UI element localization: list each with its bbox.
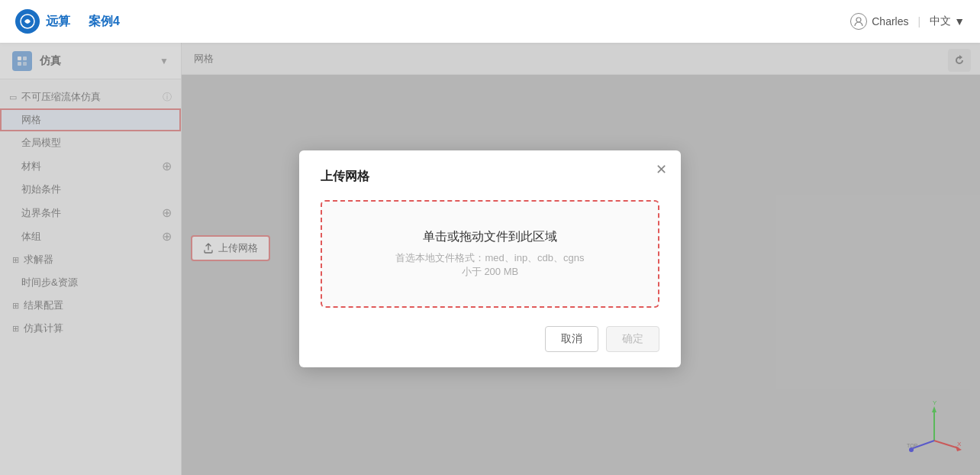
logo-icon: [15, 9, 40, 34]
upload-dialog: 上传网格 ✕ 单击或拖动文件到此区域 首选本地文件格式：med、inp、cdb、…: [299, 150, 681, 367]
header-right: Charles | 中文 ▼: [850, 13, 965, 30]
user-avatar-icon: [850, 13, 867, 30]
drop-zone-main-text: 单击或拖动文件到此区域: [340, 229, 640, 245]
case-label: 案例4: [89, 14, 120, 30]
header-divider: |: [918, 15, 921, 27]
lang-label: 中文: [930, 15, 951, 28]
dialog-title: 上传网格: [321, 169, 659, 185]
svg-point-1: [856, 18, 861, 22]
app-title: 远算: [46, 14, 70, 30]
modal-overlay: 上传网格 ✕ 单击或拖动文件到此区域 首选本地文件格式：med、inp、cdb、…: [0, 43, 980, 475]
upload-drop-zone[interactable]: 单击或拖动文件到此区域 首选本地文件格式：med、inp、cdb、cgns 小于…: [321, 200, 659, 308]
logo: 远算 案例4: [15, 9, 120, 34]
user-name: Charles: [872, 15, 908, 27]
lang-chevron-icon: ▼: [954, 15, 965, 27]
dialog-footer: 取消 确定: [321, 326, 659, 352]
user-info[interactable]: Charles: [850, 13, 908, 30]
confirm-button[interactable]: 确定: [606, 326, 659, 352]
drop-zone-sub-text: 首选本地文件格式：med、inp、cdb、cgns: [340, 251, 640, 265]
cancel-button[interactable]: 取消: [545, 326, 598, 352]
header: 远算 案例4 Charles | 中文 ▼: [0, 0, 980, 43]
lang-selector[interactable]: 中文 ▼: [930, 15, 965, 28]
drop-zone-sub2-text: 小于 200 MB: [340, 265, 640, 279]
dialog-close-button[interactable]: ✕: [656, 163, 667, 176]
